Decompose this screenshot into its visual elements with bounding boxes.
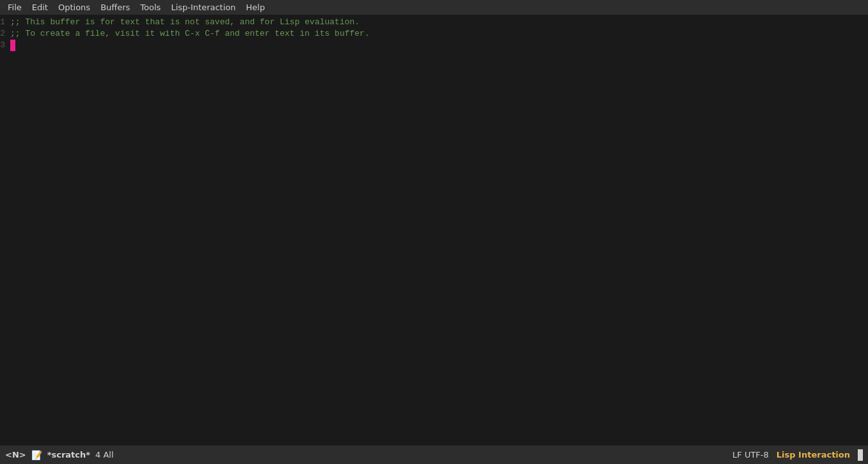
status-buffer-icon: 📝: [31, 450, 42, 460]
lisp-interaction-menu[interactable]: Lisp-Interaction: [166, 1, 241, 13]
editor-area[interactable]: 1 2 3 ;; This buffer is for text that is…: [0, 15, 868, 445]
edit-menu[interactable]: Edit: [27, 1, 53, 13]
status-bar: <N> 📝 *scratch* 4 All LF UTF-8 Lisp Inte…: [0, 445, 868, 464]
code-text-1: ;; This buffer is for text that is not s…: [10, 17, 359, 28]
file-menu[interactable]: File: [3, 1, 27, 13]
status-buffer-name: *scratch*: [47, 450, 90, 460]
buffers-menu[interactable]: Buffers: [95, 1, 135, 13]
line-num-3: 3: [0, 40, 8, 51]
menu-bar: File Edit Options Buffers Tools Lisp-Int…: [0, 0, 868, 15]
options-menu[interactable]: Options: [53, 1, 95, 13]
code-text-2: ;; To create a file, visit it with C-x C…: [10, 28, 370, 40]
status-encoding: LF UTF-8: [732, 450, 769, 460]
line-num-2: 2: [0, 28, 8, 40]
tools-menu[interactable]: Tools: [135, 1, 166, 13]
status-mode: <N>: [5, 450, 26, 460]
code-line-1: ;; This buffer is for text that is not s…: [10, 17, 865, 28]
status-right: LF UTF-8 Lisp Interaction: [732, 449, 863, 461]
status-left: <N> 📝 *scratch* 4 All: [5, 450, 114, 460]
line-num-1: 1: [0, 17, 8, 28]
editor-content[interactable]: ;; This buffer is for text that is not s…: [8, 15, 868, 445]
code-line-2: ;; To create a file, visit it with C-x C…: [10, 28, 865, 40]
code-line-3: [10, 40, 865, 51]
status-position: 4 All: [95, 450, 114, 460]
status-end-marker: [858, 449, 863, 461]
text-cursor: [10, 40, 15, 51]
line-numbers: 1 2 3: [0, 15, 8, 445]
status-mode-name: Lisp Interaction: [777, 450, 850, 460]
help-menu[interactable]: Help: [241, 1, 271, 13]
